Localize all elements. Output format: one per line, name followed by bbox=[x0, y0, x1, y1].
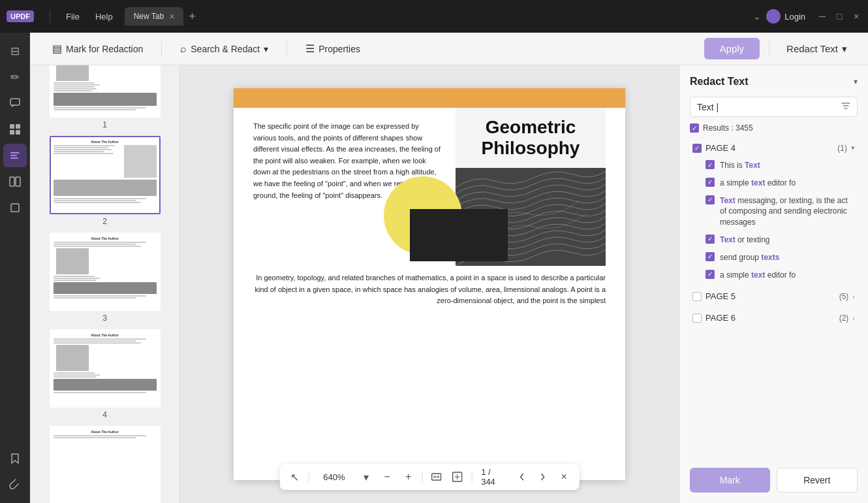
result-5-text: send group texts bbox=[720, 252, 779, 263]
tab-bar: New Tab × + bbox=[125, 7, 749, 25]
search-filter-icon[interactable] bbox=[841, 101, 850, 112]
sidebar: ⊟ ✏ bbox=[0, 33, 30, 503]
minimize-button[interactable]: ─ bbox=[817, 11, 828, 22]
avatar bbox=[766, 9, 781, 24]
close-button[interactable]: × bbox=[851, 11, 861, 22]
svg-rect-0 bbox=[10, 99, 20, 105]
page-5-checkbox[interactable] bbox=[692, 292, 702, 301]
tab-new-button[interactable]: + bbox=[185, 10, 200, 24]
redact-text-label: Redact Text bbox=[786, 43, 838, 54]
page-6-header[interactable]: PAGE 6 (2) › bbox=[690, 309, 858, 327]
bottom-toolbar: ↖ 640% ▾ − + 1 / 344 × bbox=[280, 464, 580, 490]
result-3-checkbox[interactable]: ✓ bbox=[705, 195, 715, 204]
sidebar-icon-redact[interactable] bbox=[3, 144, 27, 167]
results-count: ✓ Results : 3455 bbox=[690, 123, 858, 133]
zoom-in-button[interactable]: + bbox=[399, 468, 416, 486]
page-group-5: PAGE 5 (5) › bbox=[690, 287, 858, 305]
main-layout: ⊟ ✏ About The Author bbox=[0, 33, 868, 503]
result-item-3[interactable]: ✓ Text messaging, or texting, is the act… bbox=[690, 192, 858, 231]
titlebar: UPDF File Help New Tab × + ⌄ Login ─ □ × bbox=[0, 0, 868, 33]
result-6-checkbox[interactable]: ✓ bbox=[705, 270, 715, 279]
search-text-input[interactable] bbox=[697, 102, 841, 112]
results-checkbox[interactable]: ✓ bbox=[690, 123, 699, 133]
mark-button[interactable]: Mark bbox=[690, 468, 770, 493]
properties-button[interactable]: ☰ Properties bbox=[296, 39, 369, 59]
apply-button[interactable]: Apply bbox=[704, 38, 760, 59]
page-5-header[interactable]: PAGE 5 (5) › bbox=[690, 287, 858, 305]
sidebar-icon-crop[interactable] bbox=[3, 196, 27, 219]
titlebar-menu: File Help bbox=[59, 9, 119, 24]
login-button[interactable]: Login bbox=[766, 9, 805, 24]
result-item-6[interactable]: ✓ a simple text editor fo bbox=[690, 267, 858, 284]
svg-rect-6 bbox=[10, 155, 17, 156]
result-item-5[interactable]: ✓ send group texts bbox=[690, 249, 858, 267]
page-4-count: (1) bbox=[837, 144, 847, 153]
mark-for-redaction-label: Mark for Redaction bbox=[66, 44, 143, 54]
page-4-checkbox[interactable]: ✓ bbox=[692, 144, 702, 153]
fit-width-button[interactable] bbox=[428, 468, 445, 486]
thumbnail-label-2: 2 bbox=[102, 217, 107, 226]
close-bottom-toolbar-button[interactable]: × bbox=[555, 468, 572, 486]
result-5-checkbox[interactable]: ✓ bbox=[705, 252, 715, 261]
mark-for-redaction-button[interactable]: ▤ Mark for Redaction bbox=[43, 39, 152, 59]
page-6-checkbox[interactable] bbox=[692, 314, 702, 323]
thumbnail-preview-2: About The Author bbox=[50, 136, 161, 214]
sidebar-icon-comments[interactable] bbox=[3, 91, 27, 115]
thumbnail-item-5[interactable]: About The Author 5 bbox=[37, 426, 173, 503]
menu-file[interactable]: File bbox=[59, 9, 86, 24]
sidebar-icon-bookmark[interactable] bbox=[3, 447, 27, 470]
tab-new-tab[interactable]: New Tab × bbox=[125, 7, 184, 25]
logo-text: UPDF bbox=[7, 10, 34, 22]
bottom-actions: Mark Revert bbox=[690, 468, 858, 493]
result-4-text: Text or texting bbox=[720, 235, 770, 246]
maximize-button[interactable]: □ bbox=[834, 11, 845, 22]
result-2-checkbox[interactable]: ✓ bbox=[705, 178, 715, 187]
page-5-count: (5) bbox=[839, 292, 849, 301]
result-6-text: a simple text editor fo bbox=[720, 270, 796, 281]
thumbnail-item-4[interactable]: About The Author 4 bbox=[37, 329, 173, 419]
sidebar-icon-attach[interactable] bbox=[3, 473, 27, 496]
result-1-checkbox[interactable]: ✓ bbox=[705, 160, 715, 169]
result-item-4[interactable]: ✓ Text or texting bbox=[690, 231, 858, 249]
login-label: Login bbox=[784, 12, 805, 22]
fit-page-button[interactable] bbox=[449, 468, 466, 486]
toolbar-divider-1 bbox=[161, 41, 162, 57]
revert-button[interactable]: Revert bbox=[777, 468, 858, 493]
bottom-divider-3 bbox=[471, 471, 472, 483]
app-logo: UPDF bbox=[7, 10, 34, 22]
sidebar-icon-edit[interactable]: ✏ bbox=[3, 65, 27, 89]
content-area: Geometric Philosophy bbox=[180, 65, 679, 503]
result-3-text: Text messaging, or texting, is the act o… bbox=[720, 195, 855, 228]
zoom-dropdown-button[interactable]: ▾ bbox=[358, 468, 375, 486]
page-4-chevron[interactable]: ▾ bbox=[851, 144, 855, 152]
page-6-chevron[interactable]: › bbox=[852, 314, 855, 322]
cursor-tool-button[interactable]: ↖ bbox=[287, 468, 303, 486]
result-item-1[interactable]: ✓ This is Text bbox=[690, 157, 858, 174]
document-page: Geometric Philosophy bbox=[234, 88, 625, 480]
right-panel-title-arrow[interactable]: ▾ bbox=[854, 77, 858, 86]
thumbnail-item-2[interactable]: About The Author bbox=[37, 136, 173, 226]
page-6-count: (2) bbox=[839, 314, 849, 323]
sidebar-icon-organize[interactable] bbox=[3, 118, 27, 141]
prev-page-button[interactable] bbox=[513, 468, 530, 486]
page-body-text-right: In geometry, topology, and related branc… bbox=[253, 272, 606, 307]
sidebar-icon-pages[interactable]: ⊟ bbox=[3, 39, 27, 63]
page-4-header[interactable]: ✓ PAGE 4 (1) ▾ bbox=[690, 139, 858, 157]
tab-close-icon[interactable]: × bbox=[169, 11, 174, 22]
search-redact-button[interactable]: ⌕ Search & Redact ▾ bbox=[171, 39, 277, 59]
thumbnail-label-3: 3 bbox=[102, 314, 107, 323]
thumbnail-item-3[interactable]: About The Author 3 bbox=[37, 233, 173, 323]
next-page-button[interactable] bbox=[535, 468, 551, 486]
menu-help[interactable]: Help bbox=[89, 9, 119, 24]
sidebar-icon-compare[interactable] bbox=[3, 170, 27, 193]
result-item-2[interactable]: ✓ a simple text editor fo bbox=[690, 174, 858, 192]
toolbar: ▤ Mark for Redaction ⌕ Search & Redact ▾… bbox=[30, 33, 868, 65]
tab-overflow-icon[interactable]: ⌄ bbox=[753, 11, 761, 22]
search-redact-icon: ⌕ bbox=[180, 43, 187, 55]
mark-redaction-icon: ▤ bbox=[52, 42, 62, 55]
result-4-checkbox[interactable]: ✓ bbox=[705, 235, 715, 244]
redact-text-button[interactable]: Redact Text ▾ bbox=[779, 39, 855, 59]
thumbnail-preview-5: About The Author bbox=[50, 426, 161, 503]
zoom-out-button[interactable]: − bbox=[379, 468, 395, 486]
page-5-chevron[interactable]: › bbox=[852, 293, 855, 300]
